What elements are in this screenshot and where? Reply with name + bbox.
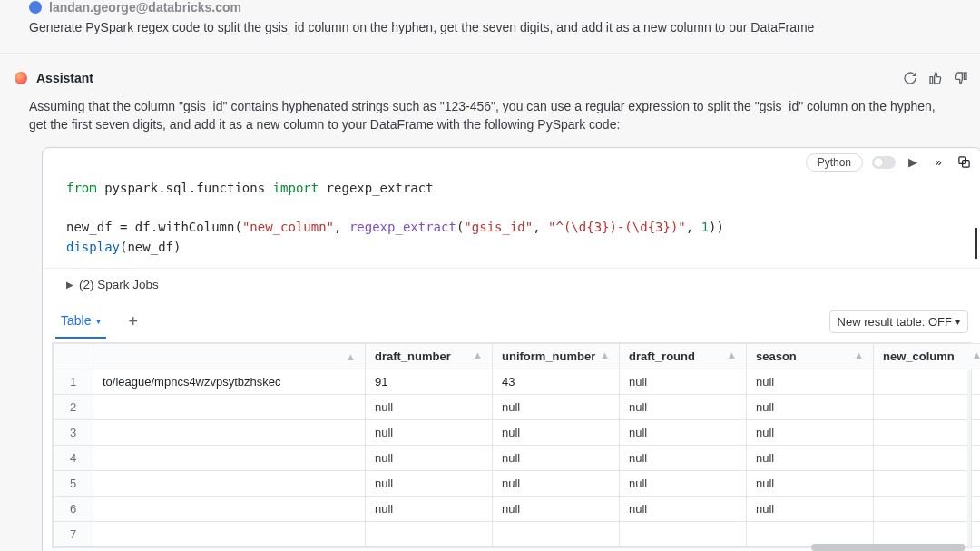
add-tab-button[interactable]: +: [122, 307, 143, 337]
table-cell[interactable]: null: [747, 497, 874, 522]
table-cell[interactable]: null: [366, 446, 493, 471]
expand-triangle-icon: ▶: [66, 280, 74, 290]
table-cell[interactable]: [93, 420, 366, 446]
code-editor[interactable]: from pyspark.sql.functions import regexp…: [43, 172, 980, 270]
table-cell[interactable]: [93, 497, 366, 522]
spark-jobs-toggle[interactable]: ▶ (2) Spark Jobs: [43, 269, 980, 300]
table-cell[interactable]: null: [493, 497, 620, 522]
table-cell[interactable]: [93, 471, 366, 497]
assistant-label: Assistant: [36, 71, 893, 85]
sort-icon: ▲: [600, 349, 610, 360]
table-row[interactable]: 5nullnullnullnull: [54, 471, 981, 497]
table-row[interactable]: 4nullnullnullnull: [54, 446, 981, 471]
table-row[interactable]: 3nullnullnullnull: [54, 420, 981, 446]
sort-icon: ▲: [473, 349, 483, 360]
user-prompt: Generate PySpark regex code to split the…: [29, 20, 951, 45]
table-cell[interactable]: [874, 420, 981, 446]
regenerate-icon[interactable]: [902, 70, 918, 86]
table-cell[interactable]: null: [493, 395, 620, 420]
result-table-toggle[interactable]: New result table: OFF ▾: [829, 310, 968, 333]
assistant-response: Assuming that the column "gsis_id" conta…: [29, 97, 955, 134]
table-cell[interactable]: [493, 522, 620, 547]
cell-toggle[interactable]: [872, 156, 896, 169]
table-cell[interactable]: null: [620, 446, 747, 471]
table-cell[interactable]: 5: [54, 471, 93, 497]
table-cell[interactable]: [874, 471, 981, 497]
sort-icon: ▲: [972, 349, 980, 360]
table-cell[interactable]: [874, 369, 981, 395]
col-uniform-number[interactable]: uniform_number▲: [493, 344, 620, 369]
keyword-from: from: [66, 181, 97, 195]
table-cell[interactable]: [93, 395, 366, 420]
table-cell[interactable]: [93, 446, 366, 471]
sort-icon: ▲: [727, 349, 737, 360]
table-cell[interactable]: null: [747, 446, 874, 471]
table-cell[interactable]: null: [620, 420, 747, 446]
sort-icon: ▲: [854, 349, 864, 360]
table-cell[interactable]: 2: [54, 395, 93, 420]
chevron-down-icon: ▾: [96, 316, 101, 326]
keyword-import: import: [273, 181, 319, 195]
col-season[interactable]: season▲: [747, 344, 874, 369]
table-cell[interactable]: 6: [54, 497, 93, 522]
cursor-caret: [975, 228, 977, 259]
table-cell[interactable]: 91: [366, 369, 493, 395]
col-new-column[interactable]: new_column▲: [874, 344, 981, 369]
table-cell[interactable]: null: [620, 395, 747, 420]
user-avatar: [29, 1, 42, 14]
copy-icon[interactable]: [956, 154, 972, 171]
table-row[interactable]: 1to/league/mpncs4wzvpsytbzhskec9143nulln…: [54, 369, 981, 395]
col-draft-round[interactable]: draft_round▲: [620, 344, 747, 369]
table-cell[interactable]: [874, 446, 981, 471]
table-cell[interactable]: 3: [54, 420, 93, 446]
user-email: landan.george@databricks.com: [49, 0, 241, 15]
table-cell[interactable]: [874, 395, 981, 420]
notebook-cell: Python ▶ » from pyspark.sql.functions im…: [42, 147, 980, 551]
result-table: ▲ draft_number▲ uniform_number▲ draft_ro…: [52, 342, 972, 548]
table-cell[interactable]: null: [747, 420, 874, 446]
table-cell[interactable]: null: [366, 395, 493, 420]
sort-icon: ▲: [346, 351, 356, 362]
table-cell[interactable]: null: [747, 369, 874, 395]
table-cell[interactable]: [620, 522, 747, 547]
more-chevrons-icon[interactable]: »: [930, 154, 946, 171]
table-cell[interactable]: null: [366, 420, 493, 446]
table-cell[interactable]: null: [493, 446, 620, 471]
language-pill[interactable]: Python: [806, 153, 863, 172]
table-cell[interactable]: [366, 522, 493, 547]
table-cell[interactable]: [93, 522, 366, 547]
table-cell[interactable]: null: [620, 369, 747, 395]
run-cell-icon[interactable]: ▶: [905, 154, 921, 171]
vertical-scroll-gutter[interactable]: [967, 369, 971, 547]
table-cell[interactable]: null: [366, 471, 493, 497]
assistant-avatar: [15, 72, 27, 84]
col-blank[interactable]: ▲: [93, 344, 366, 369]
tab-table[interactable]: Table ▾: [55, 304, 106, 339]
table-cell[interactable]: null: [493, 471, 620, 497]
thumbs-up-icon[interactable]: [927, 70, 944, 86]
table-cell[interactable]: null: [747, 471, 874, 497]
col-draft-number[interactable]: draft_number▲: [366, 344, 493, 369]
table-cell[interactable]: null: [747, 395, 874, 420]
table-cell[interactable]: null: [493, 420, 620, 446]
table-cell[interactable]: [874, 497, 981, 522]
table-cell[interactable]: to/league/mpncs4wzvpsytbzhskec: [93, 369, 366, 395]
table-cell[interactable]: 1: [54, 369, 93, 395]
horizontal-scrollbar[interactable]: [811, 544, 965, 551]
table-cell[interactable]: 7: [54, 522, 93, 547]
table-cell[interactable]: null: [620, 471, 747, 497]
table-header-row: ▲ draft_number▲ uniform_number▲ draft_ro…: [54, 344, 981, 369]
col-rownum[interactable]: [54, 344, 93, 369]
table-cell[interactable]: 4: [54, 446, 93, 471]
table-cell[interactable]: null: [366, 497, 493, 522]
table-row[interactable]: 6nullnullnullnull: [54, 497, 981, 522]
table-row[interactable]: 2nullnullnullnull: [54, 395, 981, 420]
table-cell[interactable]: null: [620, 497, 747, 522]
thumbs-down-icon[interactable]: [953, 70, 969, 86]
chevron-down-icon: ▾: [956, 317, 960, 327]
table-cell[interactable]: 43: [493, 369, 620, 395]
